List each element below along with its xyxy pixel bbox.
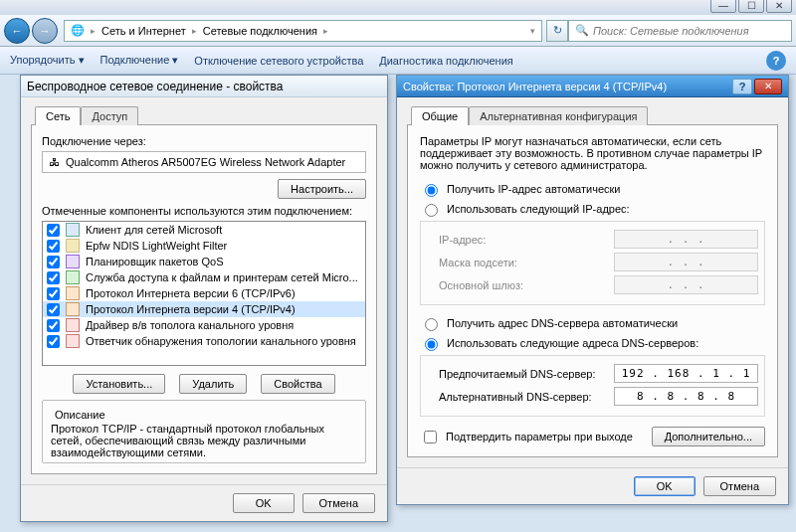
- checkbox[interactable]: [47, 224, 60, 237]
- configure-button[interactable]: Настроить...: [278, 179, 366, 199]
- list-item-label: Epfw NDIS LightWeight Filter: [86, 240, 227, 252]
- component-icon: [66, 239, 80, 253]
- checkbox[interactable]: [47, 287, 60, 300]
- dropdown-icon[interactable]: ▾: [530, 26, 535, 36]
- dns-pref-field[interactable]: 192 . 168 . 1 . 1: [614, 364, 758, 383]
- menu-organize[interactable]: Упорядочить ▾: [10, 54, 85, 67]
- toolbar: Упорядочить ▾ Подключение ▾ Отключение с…: [0, 47, 796, 75]
- ip-field: . . .: [614, 230, 758, 249]
- radio-dns-auto[interactable]: [425, 318, 438, 331]
- breadcrumb[interactable]: 🌐 ▸ Сеть и Интернет ▸ Сетевые подключени…: [64, 20, 542, 42]
- list-item-label: Драйвер в/в тополога канального уровня: [86, 319, 294, 331]
- dialog-ipv4-properties: Свойства: Протокол Интернета версии 4 (T…: [396, 75, 789, 505]
- mask-field: . . .: [614, 253, 758, 271]
- component-icon: [66, 302, 80, 316]
- chevron-right-icon: ▸: [192, 26, 197, 36]
- list-item-label: Протокол Интернета версии 4 (TCP/IPv4): [86, 303, 296, 315]
- list-item[interactable]: Клиент для сетей Microsoft: [43, 222, 365, 238]
- checkbox[interactable]: [47, 303, 60, 316]
- dialog-connection-properties: Беспроводное сетевое соединение - свойст…: [20, 75, 388, 522]
- dialog-title: Свойства: Протокол Интернета версии 4 (T…: [397, 76, 788, 97]
- ok-button[interactable]: OK: [634, 476, 696, 496]
- components-list[interactable]: Клиент для сетей Microsoft Epfw NDIS Lig…: [42, 221, 366, 366]
- search-placeholder: Поиск: Сетевые подключения: [593, 25, 749, 37]
- search-icon: 🔍: [575, 24, 589, 37]
- menu-diagnose[interactable]: Диагностика подключения: [379, 55, 512, 67]
- list-item-label: Протокол Интернета версии 6 (TCP/IPv6): [86, 287, 296, 299]
- components-label: Отмеченные компоненты используются этим …: [42, 205, 366, 217]
- minimize-button[interactable]: —: [710, 0, 736, 13]
- network-icon: 🌐: [71, 24, 85, 37]
- component-icon: [66, 334, 80, 348]
- radio-dns-manual[interactable]: [425, 338, 438, 351]
- dns-alt-label: Альтернативный DNS-сервер:: [439, 391, 592, 403]
- help-button[interactable]: ?: [732, 79, 752, 94]
- cancel-button[interactable]: Отмена: [703, 476, 776, 496]
- connect-via-label: Подключение через:: [42, 135, 366, 147]
- radio-label: Использовать следующий IP-адрес:: [447, 203, 630, 215]
- checkbox[interactable]: [47, 319, 60, 332]
- dialog-title: Беспроводное сетевое соединение - свойст…: [21, 76, 387, 97]
- install-button[interactable]: Установить...: [73, 374, 165, 394]
- dialog-title-text: Свойства: Протокол Интернета версии 4 (T…: [403, 81, 667, 92]
- properties-button[interactable]: Свойства: [261, 374, 334, 394]
- list-item-selected[interactable]: Протокол Интернета версии 4 (TCP/IPv4): [43, 301, 365, 317]
- menu-connect[interactable]: Подключение ▾: [100, 54, 179, 67]
- list-item[interactable]: Служба доступа к файлам и принтерам сете…: [43, 269, 365, 285]
- list-item-label: Служба доступа к файлам и принтерам сете…: [86, 271, 358, 283]
- checkbox[interactable]: [47, 240, 60, 253]
- advanced-button[interactable]: Дополнительно...: [652, 427, 765, 446]
- radio-label: Получить IP-адрес автоматически: [447, 183, 620, 195]
- component-icon: [66, 223, 80, 237]
- tab-access[interactable]: Доступ: [81, 106, 138, 125]
- list-item[interactable]: Планировщик пакетов QoS: [43, 254, 365, 269]
- breadcrumb-item[interactable]: Сеть и Интернет: [101, 25, 186, 37]
- close-button[interactable]: ✕: [766, 0, 792, 13]
- close-icon[interactable]: ✕: [754, 79, 782, 94]
- radio-ip-manual[interactable]: [425, 204, 438, 217]
- component-icon: [66, 270, 80, 284]
- component-icon: [66, 286, 80, 300]
- cancel-button[interactable]: Отмена: [302, 493, 375, 513]
- tab-network[interactable]: Сеть: [35, 106, 81, 125]
- list-item[interactable]: Epfw NDIS LightWeight Filter: [43, 238, 365, 254]
- checkbox[interactable]: [47, 335, 60, 348]
- list-item[interactable]: Драйвер в/в тополога канального уровня: [43, 317, 365, 333]
- intro-text: Параметры IP могут назначаться автоматич…: [420, 135, 765, 171]
- radio-label: Использовать следующие адреса DNS-сервер…: [447, 337, 698, 349]
- gateway-field: . . .: [614, 275, 758, 294]
- mask-label: Маска подсети:: [439, 257, 517, 268]
- tab-alternative[interactable]: Альтернативная конфигурация: [469, 106, 648, 125]
- radio-label: Получить адрес DNS-сервера автоматически: [447, 317, 678, 329]
- dns-alt-field[interactable]: 8 . 8 . 8 . 8: [614, 387, 758, 406]
- menu-disable[interactable]: Отключение сетевого устройства: [194, 55, 363, 67]
- forward-button[interactable]: →: [32, 18, 58, 44]
- ok-button[interactable]: OK: [233, 493, 295, 513]
- maximize-button[interactable]: ☐: [738, 0, 764, 13]
- list-item[interactable]: Протокол Интернета версии 6 (TCP/IPv6): [43, 285, 365, 301]
- uninstall-button[interactable]: Удалить: [179, 374, 247, 394]
- dns-pref-label: Предпочитаемый DNS-сервер:: [439, 368, 595, 380]
- list-item[interactable]: Ответчик обнаружения топологии канальног…: [43, 333, 365, 349]
- adapter-name: Qualcomm Atheros AR5007EG Wireless Netwo…: [66, 156, 345, 168]
- component-icon: [66, 255, 80, 268]
- list-item-label: Клиент для сетей Microsoft: [86, 224, 222, 236]
- back-button[interactable]: ←: [4, 18, 30, 44]
- ip-label: IP-адрес:: [439, 234, 486, 246]
- confirm-label: Подтвердить параметры при выходе: [446, 431, 633, 443]
- chevron-right-icon: ▸: [323, 26, 328, 36]
- description-text: Протокол TCP/IP - стандартный протокол г…: [51, 423, 357, 458]
- refresh-button[interactable]: ↻: [546, 20, 568, 42]
- list-item-label: Ответчик обнаружения топологии канальног…: [86, 335, 356, 347]
- checkbox[interactable]: [47, 256, 60, 268]
- chevron-right-icon: ▸: [91, 26, 96, 36]
- help-icon[interactable]: ?: [766, 51, 786, 71]
- checkbox[interactable]: [47, 271, 60, 284]
- breadcrumb-item[interactable]: Сетевые подключения: [203, 25, 317, 37]
- radio-ip-auto[interactable]: [425, 184, 438, 197]
- component-icon: [66, 318, 80, 332]
- tab-general[interactable]: Общие: [411, 106, 469, 125]
- adapter-field: 🖧 Qualcomm Atheros AR5007EG Wireless Net…: [42, 151, 366, 173]
- confirm-checkbox[interactable]: [424, 431, 437, 443]
- search-input[interactable]: 🔍 Поиск: Сетевые подключения: [568, 20, 792, 42]
